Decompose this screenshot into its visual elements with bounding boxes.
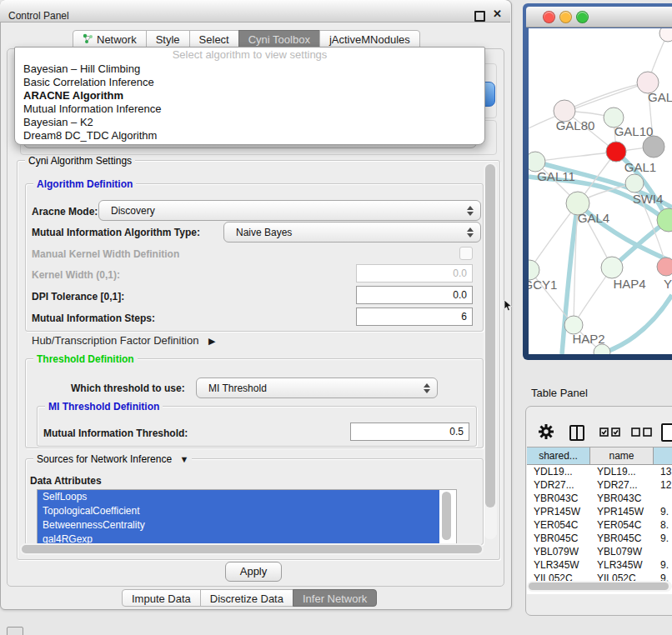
network-node-label: SWI4 [633,192,664,206]
algorithm-definition-title: Algorithm Definition [33,178,136,190]
table-cell: YDR27... [527,478,590,492]
collapsed-panel-icon[interactable] [7,627,23,635]
stepper-icon [467,206,474,216]
network-canvas[interactable]: GALGAL80GAL10GAL1GAL11GAL4SWI4GCY1HAP4YH… [529,28,672,354]
network-node[interactable] [643,136,664,158]
attribute-item[interactable]: TopologicalCoefficient [38,504,439,518]
tab-label: Network [97,33,137,46]
tab-style[interactable]: Style [146,30,190,48]
unchecked-boxes-icon[interactable] [631,428,653,437]
table-hscrollbar-thumb[interactable] [529,582,669,590]
table-column-header[interactable]: name [590,448,654,465]
network-edge[interactable] [535,152,616,162]
apply-button[interactable]: Apply [225,562,282,582]
table-cell: YBR043C [590,492,654,505]
network-node[interactable] [659,28,672,42]
table-row[interactable]: YBL079WYBL079W [527,545,672,558]
kernel-width-field[interactable]: 0.0 [356,264,473,282]
table-row[interactable]: YDL19...YDL19...13 [527,465,672,478]
split-columns-icon[interactable] [569,425,584,441]
tab-label: Discretize Data [210,592,283,605]
algorithm-option[interactable]: Bayesian – K2 [15,116,484,129]
stepper-icon [424,383,430,393]
algorithm-dropdown-popup: Select algorithm to view settings Bayesi… [14,47,485,145]
table-row[interactable]: YPR145WYPR145W9. [527,505,672,518]
tab-label: Impute Data [132,592,191,605]
minimize-window-icon[interactable] [559,11,572,23]
settings-hscrollbar-thumb[interactable] [22,545,482,553]
mi-steps-label: Mutual Information Steps: [32,312,155,324]
checked-boxes-icon[interactable] [599,428,621,437]
node-table[interactable]: shared...name YDL19...YDL19...13YDR27...… [527,447,672,594]
algorithm-option[interactable]: ARACNE Algorithm [15,89,484,102]
attributes-scrollbar-thumb[interactable] [442,492,451,540]
network-node-label: GCY1 [529,278,557,292]
mi-threshold-field[interactable]: 0.5 [350,422,469,441]
close-icon[interactable]: ✕ [493,8,502,20]
network-node-label: GAL4 [578,211,609,225]
table-cell [654,492,672,505]
algorithm-option[interactable]: Bayesian – Hill Climbing [15,62,484,76]
network-node-gal1[interactable] [606,142,626,162]
table-cell: YER054C [590,518,654,532]
kernel-width-label: Kernel Width (0,1): [32,269,120,281]
network-node-label: GAL10 [614,124,654,138]
table-cell: YDL19... [527,465,590,478]
aracne-mode-combobox[interactable]: Discovery [98,200,481,221]
table-row[interactable]: YDR27...YDR27...12 [527,478,672,492]
network-node-hap4[interactable] [601,257,623,278]
attribute-item[interactable]: SelfLoops [38,490,439,504]
network-node-swi4[interactable] [625,174,644,192]
control-panel-titlebar[interactable] [0,0,510,22]
close-window-icon[interactable] [543,11,555,23]
mi-type-value: Naive Bayes [236,227,292,238]
which-threshold-combobox[interactable]: MI Threshold [196,378,438,398]
algorithm-option[interactable]: Basic Correlation Inference [15,76,484,89]
attribute-item[interactable]: BetweennessCentrality [38,518,439,532]
expand-triangle-icon[interactable]: ▶ [208,336,215,346]
network-node-label: GAL1 [624,160,656,174]
table-cell: YBR043C [527,492,590,505]
manual-kernel-checkbox[interactable] [459,247,473,260]
table-hscrollbar-track[interactable] [527,581,672,592]
sources-title-row[interactable]: Sources for Network Inference ▼ [33,453,192,465]
mi-type-combobox[interactable]: Naive Bayes [223,222,481,242]
table-cell: YPR145W [527,505,590,518]
mi-steps-field[interactable]: 6 [356,308,473,326]
tab-impute-data[interactable]: Impute Data [122,589,201,607]
tab-label: Infer Network [303,592,367,605]
network-node-label: HAP4 [613,277,645,291]
gear-icon[interactable] [538,423,554,440]
aracne-mode-value: Discovery [111,205,155,217]
tab-jactivemnodules[interactable]: jActiveMNodules [319,30,420,48]
settings-scrollbar-thumb[interactable] [485,164,495,508]
table-column-header[interactable]: shared... [527,448,590,465]
zoom-window-icon[interactable] [576,11,589,23]
algorithm-option[interactable]: Mutual Information Inference [15,102,484,116]
table-row[interactable]: YLR345WYLR345W9. [527,558,672,572]
table-row[interactable]: YER054CYER054C8. [527,518,672,532]
dpi-tolerance-field[interactable]: 0.0 [356,286,473,304]
network-node-y[interactable] [657,258,672,276]
collapse-triangle-icon[interactable]: ▼ [179,454,188,464]
data-attributes-label: Data Attributes [30,475,102,487]
network-window-titlebar[interactable] [526,7,672,28]
table-row[interactable]: YBR043CYBR043C [527,492,672,505]
table-cell: 8. [654,518,672,532]
table-row[interactable]: YBR045CYBR045C9. [527,532,672,545]
control-panel-tabs: NetworkStyleSelectCyni ToolboxjActiveMNo… [73,30,420,48]
tab-select[interactable]: Select [189,30,239,48]
table-icon[interactable] [661,423,672,442]
data-attributes-list[interactable]: SelfLoopsTopologicalCoefficientBetweenne… [37,489,457,546]
tab-infer-network[interactable]: Infer Network [293,589,377,607]
tab-discretize-data[interactable]: Discretize Data [200,589,293,607]
tab-network[interactable]: Network [73,30,147,48]
hub-definition-section[interactable]: Hub/Transcription Factor Definition ▶ [32,334,215,347]
table-cell: 9. [654,532,672,545]
float-panel-icon[interactable] [474,11,485,22]
cyni-bottom-tabs: Impute DataDiscretize DataInfer Network [123,589,377,607]
tab-cyni-toolbox[interactable]: Cyni Toolbox [238,30,320,48]
algorithm-option[interactable]: Dream8 DC_TDC Algorithm [15,129,484,142]
network-edge[interactable] [599,295,672,354]
table-column-header[interactable] [654,448,672,465]
